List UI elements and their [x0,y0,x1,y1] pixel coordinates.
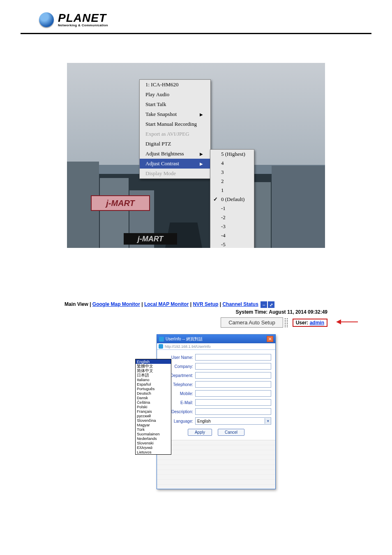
context-menu-take-snapshot[interactable]: Take Snapshot▶ [140,109,210,119]
lang-option-japanese[interactable]: 日本語 [136,373,171,377]
lang-option-trad-ch[interactable]: 繁體中文 [136,364,171,368]
brand-name: PLANET [58,12,108,24]
nav-nvr-setup[interactable]: NVR Setup [193,301,218,307]
nav-main-view[interactable]: Main View [65,301,88,307]
option-label: -2 [221,214,226,220]
lang-option-portuguese[interactable]: Português [136,386,171,391]
context-menu-adjust-contrast[interactable]: Adjust Contrast▶ [140,159,210,169]
close-icon[interactable]: ✕ [267,336,273,342]
lang-option-finnish[interactable]: Suomalainen [136,432,171,436]
contrast-option-m5[interactable]: -5 [210,240,254,248]
system-time-value: August 11, 2014 09:32:49 [269,309,327,315]
input-mobile[interactable] [195,390,271,397]
context-menu-adjust-brightness[interactable]: Adjust Brightness▶ [140,149,210,159]
lang-option-turkish[interactable]: Türk [136,427,171,432]
option-label: -1 [221,205,226,211]
input-company[interactable] [195,363,271,370]
store-sign: j-MART [91,195,150,211]
option-label: 2 [221,178,224,184]
lang-option-russian[interactable]: русский [136,414,171,418]
lang-option-simp-ch[interactable]: 简体中文 [136,368,171,373]
lang-option-italian[interactable]: Italiano [136,377,171,382]
input-email[interactable] [195,399,271,406]
contrast-option-m1[interactable]: -1 [210,204,254,213]
lang-option-slovenian[interactable]: Slovenski [136,441,171,445]
chevron-down-icon: ▾ [265,418,271,424]
ie-icon [159,344,163,349]
context-menu-label: Start Manual Recording [145,121,197,127]
user-link[interactable]: admin [310,320,324,326]
context-menu-label: Display Mode [145,170,176,177]
context-menu-label: Adjust Contrast [145,160,179,167]
submenu-arrow-icon: ▶ [200,152,203,156]
lang-option-hungarian[interactable]: Magyar [136,423,171,427]
contrast-option-5[interactable]: 5 (Highest) [210,150,254,159]
context-menu-digital-ptz[interactable]: Digital PTZ [140,139,210,149]
callout-arrow-icon [335,318,359,326]
contrast-option-m4[interactable]: -4 [210,231,254,240]
lang-option-french[interactable]: Français [136,409,171,414]
contrast-option-m3[interactable]: -3 [210,222,254,231]
option-label: 0 (Default) [221,196,244,202]
userinfo-dialog: UserInfo -- 網頁對話 ✕ http://192.168.1.94/U… [157,334,276,489]
lang-option-dutch[interactable]: Nederlands [136,436,171,441]
contrast-option-0[interactable]: ✓0 (Default) [210,195,254,204]
fullscreen-icon[interactable]: ⤢ [268,301,274,308]
select-language-value: English [197,419,211,423]
context-menu-play-audio[interactable]: Play Audio [140,90,210,99]
stretch-icon[interactable]: ↔ [261,301,267,308]
lang-option-greek[interactable]: Ελληνικά [136,445,171,450]
context-menu-start-talk[interactable]: Start Talk [140,99,210,109]
apply-button[interactable]: Apply [188,429,212,436]
input-department[interactable] [195,372,271,379]
lang-option-lithuanian[interactable]: Lietuvos [136,450,171,454]
top-nav: Main View | Google Map Monitor | Local M… [65,301,327,308]
dialog-empty-area [157,440,275,489]
cancel-button[interactable]: Cancel [218,429,244,436]
dialog-title: UserInfo -- 網頁對話 [166,336,203,342]
contrast-option-3[interactable]: 3 [210,168,254,177]
brand-tagline: Networking & Communication [58,24,108,27]
context-menu-camera[interactable]: 1: ICA-HM620 [140,80,210,90]
system-time: System Time: August 11, 2014 09:32:49 [65,309,327,315]
camera-view[interactable]: j-MART j-MART 1: ICA-HM620 Play Audio St… [67,63,325,248]
nav-google-map[interactable]: Google Map Monitor [92,301,140,307]
submenu-arrow-icon: ▶ [200,162,203,166]
lang-option-english[interactable]: English [136,359,171,364]
language-dropdown: English 繁體中文 简体中文 日本語 Italiano Español P… [135,359,171,455]
lang-option-spanish[interactable]: Español [136,382,171,386]
contrast-option-1[interactable]: 1 [210,186,254,195]
input-description[interactable] [195,408,271,415]
camera-auto-setup-button[interactable]: Camera Auto Setup [221,317,283,328]
select-language[interactable]: English ▾ [195,417,271,425]
lang-option-german[interactable]: Deutsch [136,391,171,395]
option-label: 3 [221,169,224,175]
context-menu-label: Digital PTZ [145,141,171,147]
lang-option-polish[interactable]: Polski [136,405,171,409]
dialog-url-bar: http://192.168.1.94/UserInfo [157,343,275,350]
drag-handle-icon[interactable] [285,318,288,327]
context-menu-label: Take Snapshot [145,111,177,118]
user-label: User: [296,320,310,326]
contrast-submenu: 5 (Highest) 4 3 2 1 ✓0 (Default) -1 -2 -… [210,149,254,248]
context-menu-start-recording[interactable]: Start Manual Recording [140,119,210,129]
lang-option-danish[interactable]: Dansk [136,395,171,400]
nav-local-map[interactable]: Local MAP Monitor [144,301,189,307]
context-menu-label: Adjust Brightness [145,150,184,157]
input-telephone[interactable] [195,381,271,388]
header-rule [21,33,371,34]
dialog-titlebar[interactable]: UserInfo -- 網頁對話 ✕ [157,335,275,343]
lang-option-czech[interactable]: Čeština [136,400,171,405]
option-label: 1 [221,187,224,193]
globe-icon [39,12,54,27]
option-label: -3 [221,223,226,229]
context-menu-label: Export as AVI/JPEG [145,131,189,137]
context-menu-label: Start Talk [145,101,166,108]
contrast-option-m2[interactable]: -2 [210,213,254,222]
option-label: -5 [221,241,226,247]
contrast-option-2[interactable]: 2 [210,177,254,186]
nav-channel-status[interactable]: Channel Status [222,301,258,307]
input-username[interactable] [195,354,271,361]
contrast-option-4[interactable]: 4 [210,159,254,168]
lang-option-slovak[interactable]: Slovenčina [136,418,171,423]
